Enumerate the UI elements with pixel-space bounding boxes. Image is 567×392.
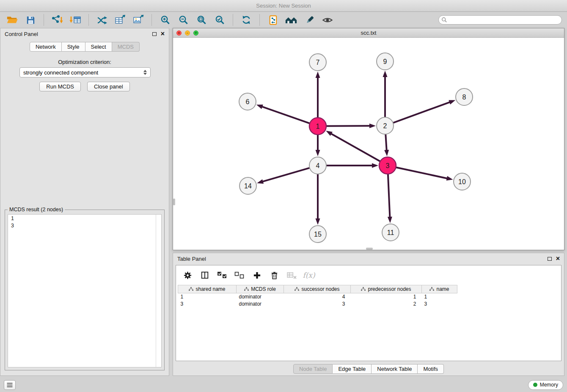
close-window-icon[interactable]: ×: [176, 30, 182, 36]
delete-row-trash-icon[interactable]: [269, 270, 280, 281]
edge-3-1[interactable]: [331, 134, 380, 161]
tab-network-table[interactable]: Network Table: [372, 364, 418, 374]
first-neighbors-icon[interactable]: [284, 14, 298, 26]
network-view-window: × − + scc.txt 7968124314101511: [173, 28, 564, 250]
edge-3-11[interactable]: [388, 174, 390, 217]
column-header-name[interactable]: name: [422, 285, 457, 293]
graph-node-9[interactable]: 9: [377, 53, 394, 70]
table-cell[interactable]: 3: [178, 301, 237, 308]
float-panel-icon[interactable]: [152, 32, 157, 36]
network-document-icon[interactable]: [266, 14, 280, 26]
export-network-icon[interactable]: [95, 14, 109, 26]
table-cell[interactable]: 3: [422, 301, 457, 308]
edge-1-6[interactable]: [262, 107, 309, 123]
add-row-icon[interactable]: [251, 270, 262, 281]
tab-node-table[interactable]: Node Table: [293, 364, 333, 374]
tab-network[interactable]: Network: [30, 42, 62, 52]
close-table-panel-icon[interactable]: ×: [556, 256, 560, 262]
table-cell[interactable]: 3: [284, 301, 351, 308]
column-header-predecessor-nodes[interactable]: predecessor nodes: [351, 285, 422, 293]
graph-node-7[interactable]: 7: [309, 54, 326, 71]
edge-4-14[interactable]: [263, 168, 309, 182]
close-panel-button[interactable]: Close panel: [87, 82, 130, 91]
maximize-window-icon[interactable]: +: [193, 30, 198, 36]
mcds-result-item[interactable]: 1: [8, 215, 161, 222]
table-cell[interactable]: 1: [351, 293, 422, 301]
import-network-icon[interactable]: [50, 14, 64, 26]
edge-arrowhead-2-3: [384, 150, 389, 156]
search-input[interactable]: [438, 15, 562, 25]
table-panel: Table Panel ×: [173, 253, 564, 376]
edge-arrowhead-3-1: [326, 131, 333, 136]
refresh-layout-icon[interactable]: [239, 14, 253, 26]
graph-node-14[interactable]: 14: [239, 177, 256, 194]
apply-style-icon[interactable]: [302, 14, 317, 26]
graph-node-11[interactable]: 11: [382, 224, 399, 241]
column-header-successor-nodes[interactable]: successor nodes: [284, 285, 351, 293]
graph-node-3[interactable]: 3: [379, 157, 396, 174]
table-cell[interactable]: 4: [284, 293, 351, 301]
task-history-button[interactable]: [4, 380, 16, 390]
table-cell[interactable]: dominator: [237, 301, 284, 308]
float-table-panel-icon[interactable]: [548, 257, 552, 261]
network-canvas[interactable]: 7968124314101511: [173, 38, 564, 250]
column-header-mcds-role[interactable]: MCDS role: [237, 285, 284, 293]
graph-node-8[interactable]: 8: [456, 88, 473, 105]
run-mcds-button[interactable]: Run MCDS: [39, 82, 81, 91]
column-type-icon: [361, 287, 366, 291]
graph-node-1[interactable]: 1: [309, 118, 326, 135]
network-window-titlebar[interactable]: × − + scc.txt: [173, 28, 564, 38]
graph-node-15[interactable]: 15: [309, 226, 326, 243]
table-panel-tabs: Node Table Edge Table Network Table Moti…: [173, 364, 564, 374]
mcds-result-item[interactable]: 3: [8, 222, 161, 229]
export-table-icon[interactable]: [113, 14, 127, 26]
graph-node-4[interactable]: 4: [309, 157, 326, 174]
graph-node-2[interactable]: 2: [377, 117, 394, 134]
unselect-all-icon[interactable]: [234, 270, 245, 281]
table-cell[interactable]: 1: [178, 293, 237, 301]
select-all-icon[interactable]: [217, 270, 228, 281]
tab-style[interactable]: Style: [62, 42, 85, 52]
close-panel-icon[interactable]: ×: [161, 31, 165, 37]
show-columns-icon[interactable]: [199, 270, 210, 281]
zoom-fit-icon[interactable]: [194, 14, 209, 26]
memory-button[interactable]: Memory: [528, 380, 563, 390]
mcds-result-title: MCDS result (2 nodes): [8, 207, 65, 213]
zoom-in-icon[interactable]: [158, 14, 172, 26]
graph-node-10[interactable]: 10: [454, 173, 471, 190]
graph-node-6[interactable]: 6: [239, 93, 256, 110]
control-panel-header: Control Panel ×: [0, 28, 169, 39]
result-scrollbar[interactable]: [156, 215, 161, 367]
edge-arrowhead-1-6: [256, 105, 263, 109]
zoom-out-icon[interactable]: [176, 14, 190, 26]
export-image-icon[interactable]: [131, 14, 146, 26]
toolbar-separator: [88, 14, 89, 26]
optimization-criterion-label: Optimization criterion:: [0, 59, 169, 65]
edge-2-8[interactable]: [394, 102, 449, 123]
edge-3-10[interactable]: [396, 167, 447, 178]
table-row: 3dominator323: [178, 301, 457, 308]
edge-1-2[interactable]: [327, 126, 369, 126]
open-file-icon[interactable]: [5, 14, 19, 26]
minimize-window-icon[interactable]: −: [185, 30, 190, 36]
column-header-shared-name[interactable]: shared name: [178, 285, 237, 293]
tab-mcds[interactable]: MCDS: [112, 42, 140, 52]
tab-edge-table[interactable]: Edge Table: [333, 364, 372, 374]
table-cell[interactable]: dominator: [237, 293, 284, 301]
import-table-icon[interactable]: [68, 14, 83, 26]
table-cell[interactable]: 2: [351, 301, 422, 308]
table-panel-title: Table Panel: [177, 256, 206, 262]
table-settings-gear-icon[interactable]: [182, 270, 193, 281]
save-session-icon[interactable]: [23, 14, 38, 26]
show-graphics-details-icon[interactable]: [320, 14, 335, 26]
tab-motifs[interactable]: Motifs: [418, 364, 444, 374]
vertical-scrollbar[interactable]: [173, 199, 175, 205]
memory-label: Memory: [540, 382, 558, 388]
table-cell[interactable]: 1: [422, 293, 457, 301]
tab-select[interactable]: Select: [85, 42, 112, 52]
optimization-criterion-select[interactable]: strongly connected component: [19, 67, 151, 77]
horizontal-scrollbar[interactable]: [366, 248, 373, 250]
zoom-selected-icon[interactable]: [212, 14, 227, 26]
edge-2-3[interactable]: [385, 135, 386, 150]
mcds-result-list[interactable]: 1 3: [8, 214, 162, 367]
